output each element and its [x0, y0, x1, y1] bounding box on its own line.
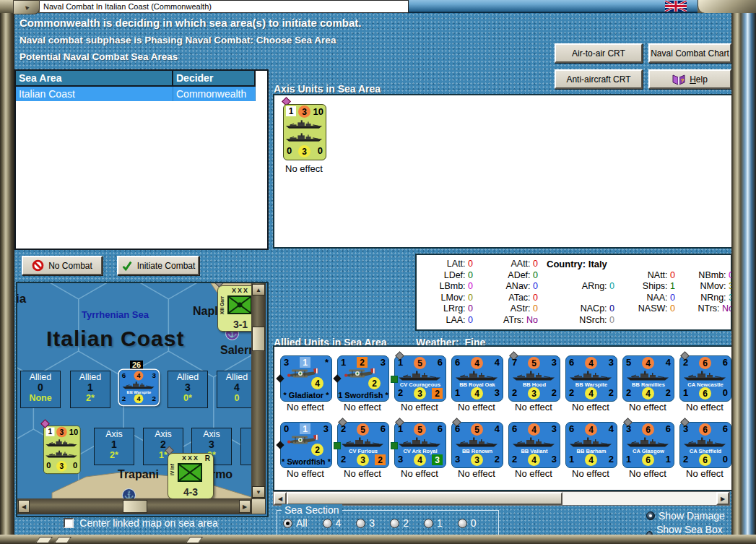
ship-counter-bb-ramillies[interactable]: 544BB Ramillies242 [622, 355, 674, 402]
display-option-show-damage[interactable]: Show Damage [646, 510, 731, 522]
ground-unit-iv-inf[interactable]: XXXRIV Inf4-3 [168, 453, 214, 498]
counter-number: 3 [683, 423, 688, 434]
ship-silhouette-icon [626, 436, 669, 448]
stat-astr: AStr: 0 [473, 303, 538, 315]
scroll-left-icon[interactable]: ◀ [274, 492, 287, 505]
map-vertical-scrollbar[interactable]: ▲ ▼ [251, 283, 266, 498]
anti-aircraft-crt-button[interactable]: Anti-aircraft CRT [555, 69, 643, 89]
map-hscroll-thumb[interactable] [123, 500, 147, 513]
ship-counter-cv-ark-royal[interactable]: 156CV Ark Royal343 [394, 422, 446, 468]
scroll-right-icon[interactable]: ▶ [239, 500, 251, 513]
radio-button[interactable] [390, 519, 399, 528]
air-to-air-crt-button[interactable]: Air-to-air CRT [555, 43, 643, 63]
sea-box-allied-1[interactable]: Allied12* [70, 371, 110, 408]
naval-combat-chart-button[interactable]: Naval Combat Chart [648, 43, 731, 63]
radio-button[interactable] [458, 519, 467, 528]
ship-counter-bb-warspite[interactable]: 643BB Warspite242 [565, 355, 617, 402]
stat-label: NSrch: [579, 315, 609, 325]
center-map-option[interactable]: Center linked map on sea area [16, 517, 266, 529]
ship-silhouette-icon [569, 436, 612, 448]
stat-nbmb: NBmb: 0 [675, 270, 734, 282]
button-label: Air-to-air CRT [572, 48, 625, 59]
aircraft-counter-swordfish[interactable]: 12321 Swordfish * [337, 355, 389, 402]
ship-counter-ca-sheffield[interactable]: 366CA Sheffield260 [679, 422, 731, 468]
counter-number: 6 [569, 357, 574, 368]
ship-counter-cv-furious[interactable]: 256CV Furious232 [337, 422, 389, 468]
scroll-left-icon[interactable]: ◀ [18, 500, 30, 513]
radio-button[interactable] [283, 519, 292, 528]
stat-ldef: LDef: 0 [420, 270, 473, 282]
scroll-down-icon[interactable]: ▼ [252, 486, 265, 498]
table-row[interactable]: Italian Coast Commonwealth [16, 87, 267, 101]
sea-box-allied-3[interactable]: Allied30* [168, 371, 208, 408]
initiate-combat-button[interactable]: Initiate Combat [117, 256, 199, 275]
help-button[interactable]: ? Help [648, 69, 731, 89]
counter-number: 2 [122, 394, 126, 402]
ship-counter-axis-fleet[interactable]: 1310030 [283, 104, 326, 160]
ship-counter-cv-courageous[interactable]: 156CV Courageous232 [394, 355, 446, 402]
counter-number: 2 [609, 387, 614, 398]
counter-factor-chip: 3 [357, 454, 369, 466]
aircraft-counter-swordfish[interactable]: 0132* Swordfish * [280, 422, 332, 468]
sea-section-option-all[interactable]: All [283, 517, 308, 529]
cell-decider[interactable]: Commonwealth [173, 87, 256, 101]
stat-value: 0 [468, 281, 473, 291]
sea-box-allied-4[interactable]: Allied40 [217, 371, 251, 408]
ship-counter-bb-royal-oak[interactable]: 644BB Royal Oak143 [451, 355, 503, 402]
map-vscroll-thumb[interactable] [252, 327, 265, 351]
ship-silhouette-icon [122, 381, 155, 389]
counter-factor-chip: 4 [585, 357, 597, 369]
sea-section-option-3[interactable]: 3 [356, 517, 375, 529]
scroll-right-icon[interactable]: ▶ [716, 492, 729, 505]
sea-section-option-1[interactable]: 1 [424, 517, 443, 529]
ship-counter-bb-hood[interactable]: 753BB Hood232 [508, 355, 560, 402]
sea-section-option-0[interactable]: 0 [458, 517, 477, 529]
radio-button[interactable] [323, 519, 332, 528]
ship-counter-bb-renown[interactable]: 654BB Renown332 [451, 422, 503, 468]
stat-arng: ARng: 0 [538, 281, 614, 293]
counter-number: 6 [723, 357, 728, 368]
ship-silhouette-icon [45, 439, 78, 447]
ship-silhouette-icon [285, 132, 323, 142]
radio-button[interactable] [424, 519, 433, 528]
sea-box-axis-4[interactable]: Axis4 [240, 428, 251, 465]
center-map-checkbox[interactable] [64, 518, 74, 528]
sea-area-map[interactable]: ia Tyrrhenian Sea Napl Italian Coast Sal… [16, 282, 269, 517]
ship-silhouette-icon [683, 370, 726, 381]
unit-status: No effect [391, 402, 448, 413]
stat-ships: Ships: 1 [614, 281, 675, 293]
ground-unit-xiii-garr[interactable]: XXXRXIII Garr3-1 [217, 285, 251, 332]
ship-counter-ca-glasgow[interactable]: 366CA Glasgow161 [622, 422, 674, 468]
sea-section-legend: Sea Section [282, 504, 342, 516]
ship-counter-axis-fleet[interactable]: 1310030 [43, 426, 81, 474]
ship-counter-bb-warspite[interactable]: 643BB Warspite242 [119, 370, 159, 405]
help-book-icon: ? [672, 74, 685, 85]
scroll-up-icon[interactable]: ▲ [252, 284, 265, 295]
ship-silhouette-icon [512, 370, 555, 381]
allied-units-panel: 31*4* Gladiator *No effect12321 Swordfis… [273, 345, 733, 491]
counter-number: 10 [69, 428, 78, 437]
range-badge: 2 [311, 444, 323, 456]
counter-number: 1 [398, 357, 403, 368]
counter-factor-chip: 5 [471, 423, 483, 436]
counter-number: 2 [609, 454, 614, 465]
no-combat-button[interactable]: No Combat [22, 256, 103, 275]
window-menu-button[interactable]: ▲ [13, 0, 40, 14]
map-horizontal-scrollbar[interactable]: ◀ ▶ [17, 498, 251, 514]
radio-button[interactable] [356, 519, 365, 528]
cell-sea-area[interactable]: Italian Coast [16, 87, 173, 101]
map-viewport[interactable]: ia Tyrrhenian Sea Napl Italian Coast Sal… [17, 283, 251, 498]
ship-counter-bb-valiant[interactable]: 643BB Valiant243 [508, 422, 560, 468]
radio-button[interactable] [646, 511, 655, 520]
unit-status: No effect [562, 402, 619, 413]
sea-box-allied-0[interactable]: Allied0None [20, 371, 61, 408]
aircraft-counter-gladiator[interactable]: 31*4* Gladiator * [280, 355, 332, 402]
sea-section-option-4[interactable]: 4 [323, 517, 342, 529]
sea-box-axis-1[interactable]: Axis12* [94, 428, 134, 465]
allied-units-scrollbar[interactable]: ◀ ▶ [273, 491, 730, 506]
sea-section-option-2[interactable]: 2 [390, 517, 409, 529]
scrollbar-thumb[interactable] [287, 492, 562, 505]
ship-counter-bb-barham[interactable]: 644BB Barham142 [565, 422, 617, 468]
sea-box-side: Allied [168, 372, 207, 382]
ship-counter-ca-newcastle[interactable]: 266CA Newcastle160 [679, 355, 731, 402]
